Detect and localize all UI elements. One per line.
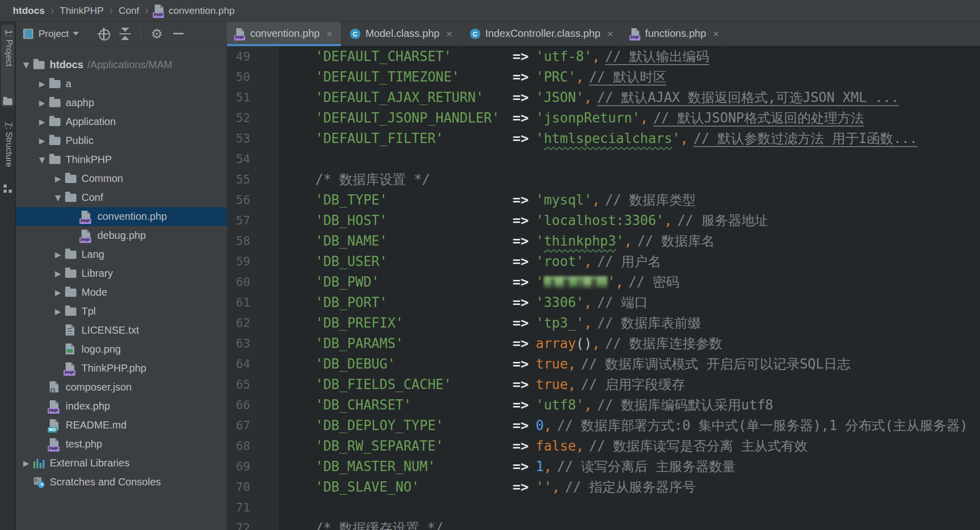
breadcrumb-item[interactable]: Conf [118, 5, 139, 16]
line-number[interactable]: 54 [227, 149, 250, 169]
tree-item-external-libraries[interactable]: ▶External Libraries [16, 454, 227, 473]
line-number[interactable]: 69 [227, 456, 250, 477]
code-line[interactable]: 'DB_MASTER_NUM'=>1,// 读写分离后 主服务器数量 [315, 456, 980, 477]
code-line[interactable]: 'DB_PARAMS'=>array(),// 数据库连接参数 [315, 333, 980, 354]
line-number[interactable]: 56 [227, 190, 250, 210]
code-line[interactable]: 'DB_PWD'=>'',// 密码 [315, 272, 980, 292]
code-line[interactable]: 'DB_PREFIX'=>'tp3_',// 数据库表前缀 [315, 313, 980, 333]
breadcrumb-file[interactable]: convention.php [169, 5, 235, 16]
line-number[interactable]: 65 [227, 374, 250, 395]
code-area[interactable]: 'DEFAULT_CHARSET'=>'utf-8',// 默认输出编码'DEF… [278, 46, 980, 530]
close-icon[interactable]: × [713, 28, 719, 39]
code-line[interactable]: 'DB_FIELDS_CACHE'=>true,// 启用字段缓存 [315, 374, 980, 395]
editor-tab[interactable]: CModel.class.php× [341, 22, 461, 46]
expander-closed-icon[interactable]: ▶ [35, 98, 49, 108]
expander-open-icon[interactable]: ▼ [35, 155, 49, 165]
code-line[interactable]: 'DB_TYPE'=>'mysql',// 数据库类型 [315, 190, 980, 210]
expander-closed-icon[interactable]: ▶ [51, 174, 65, 184]
line-number[interactable]: 50 [227, 67, 250, 87]
close-icon[interactable]: × [446, 28, 452, 39]
tree-item-scratches-and-consoles[interactable]: Scratches and Consoles [16, 473, 227, 492]
code-line[interactable]: 'DB_NAME'=>'thinkphp3',// 数据库名 [315, 231, 980, 251]
expander-open-icon[interactable]: ▼ [19, 60, 33, 70]
line-number[interactable]: 67 [227, 415, 250, 436]
panel-title[interactable]: Project [38, 28, 69, 39]
line-number[interactable]: 68 [227, 436, 250, 456]
code-line[interactable]: 'DB_DEPLOY_TYPE'=>0,// 数据库部署方式:0 集中式(单一服… [315, 415, 980, 436]
tree-item-index-php[interactable]: PHPindex.php [16, 397, 227, 416]
tree-item-a[interactable]: ▶a [16, 74, 227, 93]
hide-panel-icon[interactable] [173, 33, 183, 34]
tree-item-aaphp[interactable]: ▶aaphp [16, 93, 227, 112]
code-line[interactable]: 'DB_HOST'=>'localhost:3306',// 服务器地址 [315, 210, 980, 231]
tree-item-logo-png[interactable]: logo.png [16, 340, 227, 359]
expander-closed-icon[interactable]: ▶ [51, 269, 65, 278]
tree-item-common[interactable]: ▶Common [16, 169, 227, 188]
tree-item-conf[interactable]: ▼Conf [16, 188, 227, 207]
editor-tab[interactable]: PHPfunctions.php× [622, 22, 728, 46]
line-number[interactable]: 58 [227, 231, 250, 251]
tool-button-structure[interactable]: 7: Structure [4, 122, 14, 167]
code-line[interactable]: 'DB_CHARSET'=>'utf8',// 数据库编码默认采用utf8 [315, 395, 980, 415]
close-icon[interactable]: × [326, 28, 333, 39]
expander-closed-icon[interactable]: ▶ [35, 136, 49, 146]
line-number[interactable]: 70 [227, 477, 250, 497]
code-line[interactable]: 'DB_SLAVE_NO'=>'',// 指定从服务器序号 [315, 477, 980, 497]
tree-item-public[interactable]: ▶Public [16, 131, 227, 150]
code-line[interactable]: 'DB_USER'=>'root',// 用户名 [315, 251, 980, 272]
editor-tab[interactable]: CIndexController.class.php× [461, 22, 622, 46]
line-number[interactable]: 51 [227, 87, 250, 108]
project-folder-icon[interactable] [3, 98, 12, 105]
expander-closed-icon[interactable]: ▶ [35, 117, 49, 127]
gear-icon[interactable]: ⚙ [151, 27, 162, 40]
tree-item-library[interactable]: ▶Library [16, 264, 227, 283]
tree-item-thinkphp[interactable]: ▼ThinkPHP [16, 150, 227, 169]
breadcrumb-item[interactable]: ThinkPHP [60, 5, 104, 16]
tree-item-htdocs[interactable]: ▼htdocs /Applications/MAM [16, 55, 227, 74]
expander-closed-icon[interactable]: ▶ [51, 307, 65, 316]
code-line[interactable]: 'DEFAULT_TIMEZONE'=>'PRC',// 默认时区 [315, 67, 980, 87]
line-number[interactable]: 66 [227, 395, 250, 415]
line-number[interactable]: 55 [227, 169, 250, 190]
tree-item-lang[interactable]: ▶Lang [16, 245, 227, 264]
code-line[interactable]: 'DB_RW_SEPARATE'=>false,// 数据库读写是否分离 主从式… [315, 436, 980, 456]
expander-closed-icon[interactable]: ▶ [51, 288, 65, 297]
code-line[interactable]: 'DEFAULT_JSONP_HANDLER'=>'jsonpReturn',/… [315, 108, 980, 128]
line-number[interactable]: 60 [227, 272, 250, 292]
line-number[interactable]: 63 [227, 333, 250, 354]
line-number[interactable]: 53 [227, 128, 250, 149]
line-number[interactable]: 72 [227, 518, 250, 530]
expander-closed-icon[interactable]: ▶ [35, 79, 49, 89]
expander-closed-icon[interactable]: ▶ [19, 459, 33, 468]
tree-item-convention-php[interactable]: PHPconvention.php [16, 207, 227, 226]
editor-tab[interactable]: PHPconvention.php× [227, 22, 341, 46]
tree-item-application[interactable]: ▶Application [16, 112, 227, 131]
line-number[interactable]: 59 [227, 251, 250, 272]
line-number[interactable]: 52 [227, 108, 250, 128]
locate-file-icon[interactable] [97, 27, 110, 40]
tree-item-thinkphp-php[interactable]: PHPThinkPHP.php [16, 359, 227, 378]
code-line[interactable]: 'DB_DEBUG'=>true,// 数据库调试模式 开启后可以记录SQL日志 [315, 354, 980, 374]
expander-open-icon[interactable]: ▼ [51, 193, 65, 202]
line-number[interactable]: 49 [227, 46, 250, 67]
code-line[interactable]: 'DEFAULT_CHARSET'=>'utf-8',// 默认输出编码 [315, 46, 980, 67]
tool-button-project[interactable]: 1: Project [4, 30, 14, 67]
tree-item-composer-json[interactable]: {}composer.json [16, 378, 227, 397]
collapse-all-icon[interactable] [119, 27, 131, 40]
tree-item-tpl[interactable]: ▶Tpl [16, 302, 227, 321]
tree-item-mode[interactable]: ▶Mode [16, 283, 227, 302]
breadcrumb-item[interactable]: htdocs [13, 5, 45, 16]
code-line[interactable]: /* 数据缓存设置 */ [315, 518, 980, 530]
line-number[interactable]: 61 [227, 292, 250, 313]
tree-item-readme-md[interactable]: MDREADME.md [16, 416, 227, 435]
tree-item-debug-php[interactable]: PHPdebug.php [16, 226, 227, 245]
expander-closed-icon[interactable]: ▶ [51, 250, 65, 259]
code-line[interactable]: /* 数据库设置 */ [315, 169, 980, 190]
line-number[interactable]: 64 [227, 354, 250, 374]
tree-item-license-txt[interactable]: LICENSE.txt [16, 321, 227, 340]
line-number[interactable]: 57 [227, 210, 250, 231]
line-number[interactable]: 62 [227, 313, 250, 333]
close-icon[interactable]: × [607, 28, 613, 39]
structure-icon[interactable] [4, 185, 12, 193]
code-line[interactable] [315, 149, 980, 169]
